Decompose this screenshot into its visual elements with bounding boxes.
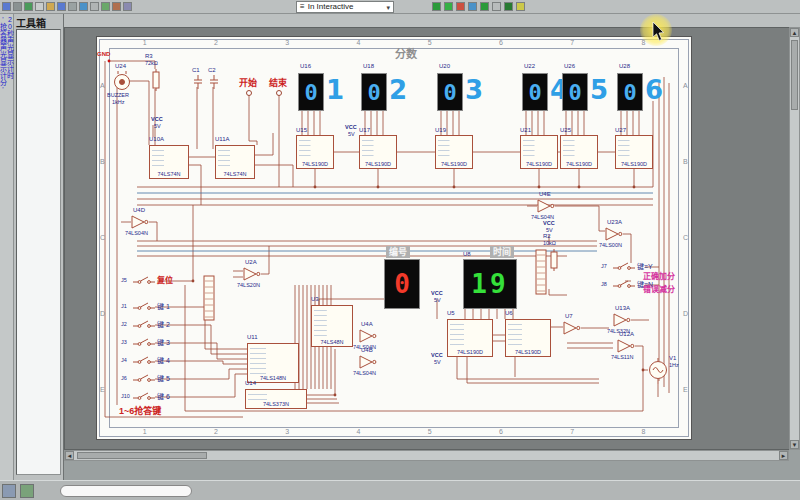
interactive-mode-dropdown[interactable]: ≡ In Interactive ▾ [296, 1, 394, 13]
switch-J8[interactable] [613, 280, 635, 290]
horizontal-scrollbar[interactable]: ◄ ► [64, 450, 789, 461]
switch-label[interactable]: 键 1 [157, 303, 170, 310]
ic-U27[interactable]: 74LS190D [615, 135, 653, 169]
toolbar-icon[interactable] [123, 2, 132, 11]
score-display-4[interactable]: 0 [522, 73, 548, 111]
schematic-canvas[interactable]: 1122334455667788AABBCCDDEE分数U1601U1574LS… [64, 27, 789, 450]
ic-U5[interactable]: 74LS190D [447, 319, 493, 357]
ic-U25[interactable]: 74LS190D [560, 135, 598, 169]
switch-label[interactable]: 键 2 [157, 321, 170, 328]
score-display-5[interactable]: 0 [562, 73, 588, 111]
switch-J7[interactable] [613, 262, 635, 272]
ic-U10A[interactable]: 74LS74N [149, 145, 189, 179]
grid-row-label: A [100, 82, 105, 89]
vertical-scroll-thumb[interactable] [791, 40, 798, 110]
grid-row-label: C [100, 234, 105, 241]
toolbar-icon[interactable] [112, 2, 121, 11]
ic-U4D[interactable] [131, 215, 149, 229]
toolbar-icon[interactable] [468, 2, 477, 11]
ic-U17[interactable]: 74LS190D [359, 135, 397, 169]
toolbar-icon[interactable] [492, 2, 501, 11]
ic-U14[interactable]: 74LS373N [245, 389, 307, 409]
toolbar-icon[interactable] [13, 2, 22, 11]
start-label[interactable]: 开始 [239, 79, 257, 88]
number-display[interactable]: 0 [384, 259, 420, 309]
buzzer-U24[interactable] [113, 71, 131, 91]
scroll-up-button[interactable]: ▲ [790, 28, 799, 37]
scroll-right-button[interactable]: ► [779, 451, 788, 460]
ic-U12A[interactable] [617, 339, 635, 353]
switch-J2[interactable] [133, 320, 155, 330]
ic-part-label: 74LS04N [353, 371, 376, 377]
score-display-1[interactable]: 0 [298, 73, 324, 111]
ic-U11A[interactable]: 74LS74N [215, 145, 255, 179]
horizontal-scroll-thumb[interactable] [77, 452, 207, 459]
toolbar-icon[interactable] [35, 2, 44, 11]
switch-label[interactable]: 键 5 [157, 375, 170, 382]
ic-U15[interactable]: 74LS190D [296, 135, 334, 169]
switch-label[interactable]: 键 3 [157, 339, 170, 346]
ic-U4A[interactable] [359, 329, 377, 343]
toolbar-icon[interactable] [57, 2, 66, 11]
ic-U2A[interactable] [243, 267, 261, 281]
toolbar-icon[interactable] [90, 2, 99, 11]
ic-U21[interactable]: 74LS190D [520, 135, 558, 169]
capacitor-C2[interactable] [209, 75, 219, 89]
toolbox-list[interactable] [16, 29, 61, 475]
ic-U4B[interactable] [359, 355, 377, 369]
switch-J10[interactable] [133, 392, 155, 402]
score-display-2[interactable]: 0 [361, 73, 387, 111]
switch-label[interactable]: 键 4 [157, 357, 170, 364]
toolbar-icon[interactable] [456, 2, 465, 11]
taskbar-icon[interactable] [2, 484, 16, 498]
design-tab-2[interactable]: 20秒声光显示计时 [7, 16, 14, 480]
toolbar-icon[interactable] [432, 2, 441, 11]
schematic-components: 1122334455667788AABBCCDDEE分数U1601U1574LS… [97, 37, 691, 439]
resistor-pack[interactable] [535, 249, 547, 295]
time-display[interactable]: 19 [463, 259, 517, 309]
ic-U6[interactable]: 74LS190D [505, 319, 551, 357]
capacitor-C1[interactable] [193, 75, 203, 89]
ic-ref: U11A [215, 136, 230, 142]
taskbar-app-button[interactable] [60, 485, 192, 497]
taskbar-icon[interactable] [20, 484, 34, 498]
toolbar-icon[interactable] [444, 2, 453, 11]
score-display-6[interactable]: 0 [617, 73, 643, 111]
switch-J4[interactable] [133, 356, 155, 366]
resistor-R3[interactable] [151, 69, 161, 91]
scroll-down-button[interactable]: ▼ [790, 440, 799, 449]
switch-label[interactable]: 复位 [157, 277, 173, 285]
schematic-sheet[interactable]: 1122334455667788AABBCCDDEE分数U1601U1574LS… [97, 37, 691, 439]
vertical-scrollbar[interactable]: ▲ ▼ [789, 27, 800, 450]
ic-U7[interactable] [563, 321, 581, 335]
toolbar-icon[interactable] [516, 2, 525, 11]
switch-ref: J1 [121, 304, 127, 310]
toolbar-icon[interactable] [2, 2, 11, 11]
toolbar-icon[interactable] [46, 2, 55, 11]
ic-U23A[interactable] [605, 227, 623, 241]
score-display-3[interactable]: 0 [437, 73, 463, 111]
ic-U19[interactable]: 74LS190D [435, 135, 473, 169]
toolbar-icon[interactable] [68, 2, 77, 11]
ic-U3[interactable]: 74LS48N [311, 305, 353, 347]
toolbar-icon[interactable] [504, 2, 513, 11]
switch-J5[interactable] [133, 276, 155, 286]
toolbar-icon[interactable] [480, 2, 489, 11]
toolbar-icon[interactable] [24, 2, 33, 11]
scroll-left-button[interactable]: ◄ [65, 451, 74, 460]
end-label[interactable]: 结束 [269, 79, 287, 88]
switch-label[interactable]: 键=Y [637, 263, 653, 270]
toolbar-icon[interactable] [101, 2, 110, 11]
component-ref: C2 [208, 67, 216, 73]
switch-label[interactable]: 键 6 [157, 393, 170, 400]
resistor-pack[interactable] [203, 275, 215, 321]
resistor-R2[interactable] [549, 249, 559, 271]
switch-J6[interactable] [133, 374, 155, 384]
source-V1[interactable] [648, 358, 668, 384]
ic-U11[interactable]: 74LS148N [247, 343, 299, 383]
switch-J3[interactable] [133, 338, 155, 348]
ic-U13A[interactable] [613, 313, 631, 327]
ic-U4E[interactable] [537, 199, 555, 213]
toolbar-icon[interactable] [79, 2, 88, 11]
switch-J1[interactable] [133, 302, 155, 312]
